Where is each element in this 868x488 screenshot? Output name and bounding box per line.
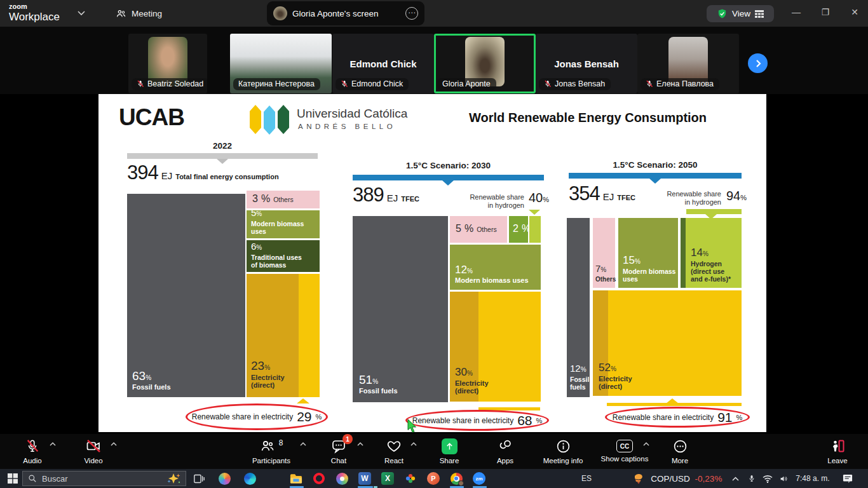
- chart3-segment-modern-biomass: 15% Modern biomass uses: [618, 218, 678, 288]
- chat-unread-badge: 1: [342, 434, 353, 444]
- chart2-segment-electricity: 30% Electricity (direct): [450, 292, 541, 402]
- chart2-segment-fossil-fuels: 51% Fossil fuels: [353, 216, 448, 402]
- video-tile-gloria-active[interactable]: Gloria Aponte: [434, 34, 536, 93]
- tray-microphone-icon[interactable]: [745, 469, 759, 488]
- leave-button[interactable]: Leave: [817, 438, 858, 464]
- apps-button[interactable]: Apps: [485, 438, 526, 464]
- chart1-total-label: Total final energy consumption: [175, 173, 278, 180]
- more-button[interactable]: More: [660, 438, 700, 464]
- participants-options-chevron[interactable]: [300, 442, 306, 446]
- tab-options-ellipsis-icon[interactable]: ⋯: [405, 7, 418, 20]
- participants-button[interactable]: 8 Participants: [248, 438, 294, 464]
- mouse-cursor: [407, 419, 417, 433]
- participant-nameplate: Gloria Aponte: [437, 78, 496, 90]
- video-tile-katerina[interactable]: Катерина Нестерова: [230, 34, 332, 93]
- window-minimize-button[interactable]: —: [787, 7, 806, 17]
- captions-button[interactable]: CC Show captions: [598, 438, 651, 463]
- view-grid-icon: [755, 10, 764, 18]
- participants-filmstrip: Beatriz Soledad Катерина Нестерова Edmon…: [0, 27, 868, 94]
- search-icon: [28, 474, 37, 483]
- mic-muted-icon: [341, 80, 348, 88]
- paint-app-icon[interactable]: [333, 469, 351, 488]
- participants-count: 8: [279, 438, 283, 447]
- copilot-app-icon[interactable]: [216, 469, 233, 488]
- language-indicator[interactable]: ES: [577, 469, 596, 488]
- leave-door-icon: [830, 438, 845, 454]
- chat-options-chevron[interactable]: [357, 442, 363, 446]
- window-restore-button[interactable]: ❐: [816, 7, 835, 17]
- chrome-app-icon[interactable]: [447, 469, 465, 488]
- chart2-renewable-hydrogen-strip: [529, 216, 541, 243]
- chart2-hydrogen-share-label: Renewable share in hydrogen: [429, 193, 524, 210]
- file-explorer-icon[interactable]: [287, 469, 305, 488]
- start-button[interactable]: [4, 469, 22, 488]
- ticker-widget-icon[interactable]: [630, 469, 647, 488]
- ucab-logo-pods-icon: [250, 105, 292, 135]
- participant-name: Jonas Bensah: [555, 79, 605, 88]
- word-app-icon[interactable]: W: [356, 469, 374, 488]
- chart1-renewable-caret: [297, 398, 309, 403]
- powerpoint-app-icon[interactable]: P: [424, 469, 442, 488]
- search-placeholder: Buscar: [42, 474, 67, 484]
- chart1-segment-fossil-fuels: 63% Fossil fuels: [127, 194, 245, 397]
- video-tile-beatriz[interactable]: Beatriz Soledad: [128, 34, 207, 93]
- react-options-chevron[interactable]: [410, 442, 417, 446]
- notification-center-icon[interactable]: [839, 469, 857, 488]
- zoom-title-bar: zoom Workplace Meeting Gloria Aponte's s…: [0, 0, 868, 27]
- chart2-segment-hydrogen: 2%: [509, 216, 528, 243]
- captions-options-chevron[interactable]: [643, 442, 649, 446]
- edge-app-icon[interactable]: [241, 469, 258, 488]
- clock[interactable]: 7:48 a. m.: [793, 469, 832, 488]
- task-view-button[interactable]: [191, 469, 207, 488]
- chat-button[interactable]: 1 Chat: [318, 438, 359, 464]
- workspace-chevron-down-icon[interactable]: [78, 11, 85, 16]
- tray-volume-icon[interactable]: [775, 469, 792, 488]
- apps-icon: [498, 438, 513, 454]
- chart3-scenario: 1.5°C Scenario: 2050: [569, 160, 742, 170]
- windows-taskbar: Buscar W X P: [0, 469, 868, 488]
- video-tile-elena[interactable]: Елена Павлова: [637, 34, 739, 93]
- view-button[interactable]: View: [707, 5, 774, 22]
- excel-app-icon[interactable]: X: [379, 469, 397, 488]
- next-participants-arrow-button[interactable]: [748, 53, 768, 73]
- tray-wifi-icon[interactable]: [760, 469, 775, 488]
- video-button[interactable]: Video: [73, 438, 114, 464]
- video-tile-edmond[interactable]: Edmond Chick Edmond Chick: [332, 34, 434, 93]
- chart3-hydrogen-bar: [686, 209, 742, 214]
- ticker-change[interactable]: -0,23%: [693, 469, 724, 488]
- copilot-sparkle-icon: [166, 473, 180, 484]
- participant-nameplate: Катерина Нестерова: [233, 78, 320, 90]
- audio-button[interactable]: Audio: [12, 438, 53, 464]
- chart2-total: 389 EJ TFEC: [353, 184, 419, 207]
- participant-name: Катерина Нестерова: [238, 79, 315, 88]
- window-close-button[interactable]: ✕: [845, 7, 864, 17]
- chart1-period: 2022: [127, 141, 318, 151]
- meeting-info-button[interactable]: Meeting info: [539, 438, 587, 464]
- search-input[interactable]: Buscar: [22, 471, 186, 486]
- mic-muted-icon: [646, 80, 653, 88]
- chart1-total-value: 394: [127, 161, 158, 184]
- chart1-segment-electricity: 23% Electricity (direct): [247, 274, 320, 397]
- audio-options-chevron[interactable]: [50, 442, 56, 446]
- share-button[interactable]: Share: [429, 438, 470, 464]
- video-tile-jonas[interactable]: Jonas Bensah Jonas Bensah: [536, 34, 637, 93]
- brand-workplace: Workplace: [9, 11, 60, 22]
- ticker-pair[interactable]: COP/USD: [649, 469, 691, 488]
- react-button[interactable]: React: [374, 438, 414, 464]
- participant-name: Edmond Chick: [351, 79, 403, 88]
- video-options-chevron[interactable]: [111, 442, 117, 446]
- chart3-hydrogen-share-value: 94%: [726, 189, 747, 203]
- opera-app-icon[interactable]: [310, 469, 328, 488]
- chart3-hydrogen-share-label: Renewable share in hydrogen: [626, 190, 721, 207]
- tray-expand-chevron[interactable]: [728, 469, 742, 488]
- info-icon: [556, 438, 571, 454]
- chart1-timeline-bar: [127, 153, 318, 159]
- screen-share-avatar: [273, 6, 287, 20]
- photos-app-icon[interactable]: [402, 469, 419, 488]
- chart3-renewable-electricity-callout: Renewable share in electricity 91%: [605, 407, 750, 428]
- chart2-timeline-bar: [353, 175, 544, 180]
- ucab-logo-text: UCAB: [119, 104, 184, 131]
- tab-screen-share[interactable]: Gloria Aponte's screen ⋯: [267, 1, 424, 25]
- tab-meeting[interactable]: Meeting: [109, 0, 168, 27]
- zoom-app-icon[interactable]: zm: [470, 469, 488, 488]
